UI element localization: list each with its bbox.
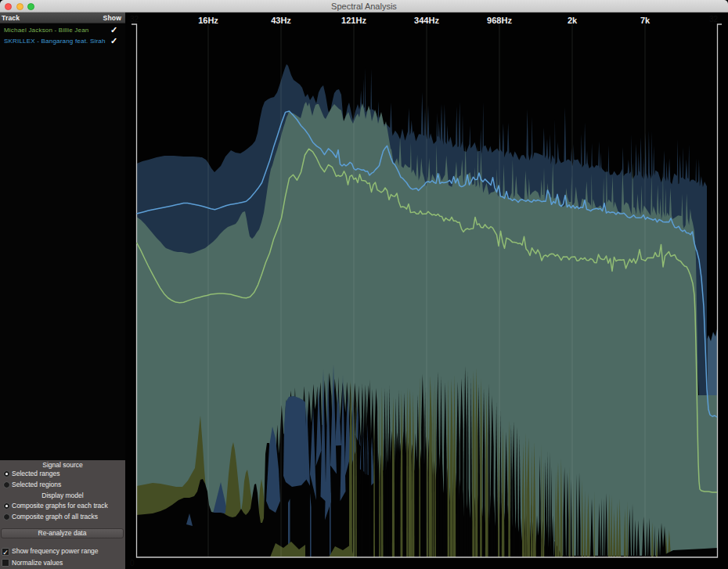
svg-text:32: 32 bbox=[130, 15, 139, 23]
svg-text:43Hz: 43Hz bbox=[271, 16, 291, 25]
svg-text:7k: 7k bbox=[640, 16, 651, 25]
svg-text:968Hz: 968Hz bbox=[487, 16, 512, 25]
svg-text:2k: 2k bbox=[568, 16, 578, 25]
svg-text:344Hz: 344Hz bbox=[414, 16, 439, 25]
svg-text:32: 32 bbox=[709, 15, 719, 23]
svg-text:16Hz: 16Hz bbox=[198, 16, 218, 25]
svg-text:121Hz: 121Hz bbox=[341, 16, 366, 25]
svg-text:0: 0 bbox=[130, 559, 135, 567]
